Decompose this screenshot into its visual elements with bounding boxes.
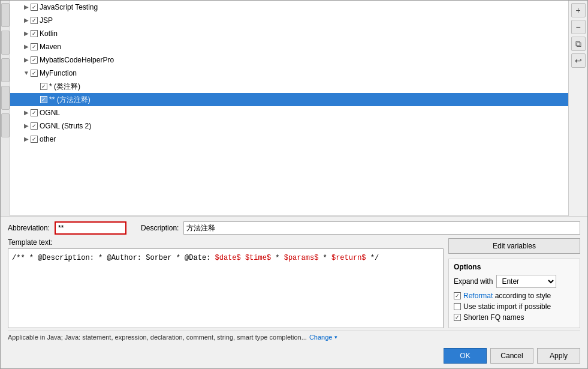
tree-item-ognl[interactable]: ▶ OGNL — [10, 106, 568, 119]
expand-with-select[interactable]: Enter Tab Space — [496, 275, 556, 288]
tree-item-label: OGNL — [40, 107, 60, 118]
checkbox-myfunction-class[interactable] — [40, 83, 47, 90]
checkbox-mybatis[interactable] — [31, 56, 38, 64]
checkbox-ognl-struts2[interactable] — [31, 122, 38, 130]
sidebar-tab-2[interactable] — [1, 31, 10, 55]
tree-item-label: other — [40, 134, 56, 145]
sidebar-tab-3[interactable] — [1, 58, 10, 82]
shorten-label: Shorten FQ names — [463, 313, 524, 322]
remove-button[interactable]: − — [571, 20, 586, 34]
expand-icon: ▶ — [22, 41, 31, 52]
top-panel: ▶ JavaScript Testing ▶ JSP ▶ — [1, 1, 587, 216]
expand-with-label: Expand with — [454, 277, 493, 286]
tree-item-label: OGNL (Struts 2) — [40, 121, 91, 131]
abbreviation-input[interactable] — [55, 221, 126, 235]
tree-item-mybatis[interactable]: ▶ MybatisCodeHelperPro — [10, 53, 568, 67]
tree-item-label: JavaScript Testing — [40, 2, 98, 13]
tree-item-label: Maven — [40, 41, 61, 52]
checkbox-myfunction[interactable] — [31, 70, 38, 77]
expand-icon: ▼ — [22, 68, 31, 79]
button-row: OK Cancel Apply — [1, 346, 587, 368]
checkbox-ognl[interactable] — [31, 109, 38, 116]
tree-item-other[interactable]: ▶ other — [10, 133, 568, 146]
abbreviation-label: Abbreviation: — [8, 224, 50, 232]
apply-button[interactable]: Apply — [537, 348, 580, 364]
abbreviation-row: Abbreviation: Description: — [8, 221, 580, 235]
static-import-checkbox[interactable] — [454, 303, 461, 310]
reformat-checkbox[interactable] — [454, 292, 461, 299]
applicable-row: Applicable in Java; Java: statement, exp… — [8, 331, 580, 343]
right-toolbar: + − ⧉ ↩ — [568, 1, 587, 216]
tree-item-myfunction[interactable]: ▼ MyFunction — [10, 67, 568, 80]
bottom-section: Abbreviation: Description: Template text… — [1, 216, 587, 346]
template-left: Template text: /** * @Description: * @Au… — [8, 238, 444, 328]
sidebar-tab-4[interactable] — [1, 86, 10, 110]
static-import-option-row: Use static import if possible — [454, 302, 575, 311]
shorten-checkbox[interactable] — [454, 314, 461, 321]
tree-scroll[interactable]: ▶ JavaScript Testing ▶ JSP ▶ — [10, 1, 568, 216]
checkbox-maven[interactable] — [31, 43, 38, 50]
checkbox-javascript-testing[interactable] — [31, 4, 38, 11]
expand-icon: ▶ — [22, 121, 31, 131]
template-label: Template text: — [8, 238, 444, 247]
reformat-label: Reformat according to style — [463, 292, 551, 300]
copy-button[interactable]: ⧉ — [571, 37, 586, 51]
add-button[interactable]: + — [571, 3, 586, 17]
shorten-option-row: Shorten FQ names — [454, 313, 575, 322]
applicable-text: Applicable in Java; Java: statement, exp… — [8, 334, 307, 341]
expand-icon: ▶ — [22, 2, 31, 13]
template-right: Edit variables Options Expand with Enter… — [448, 238, 580, 328]
expand-icon: ▶ — [22, 15, 31, 26]
tree-item-label: MybatisCodeHelperPro — [40, 55, 114, 65]
checkbox-kotlin[interactable] — [31, 30, 38, 37]
expand-with-row: Expand with Enter Tab Space — [454, 275, 575, 288]
sidebar-tab-1[interactable] — [1, 3, 10, 27]
tree-item-label: Kotlin — [40, 28, 58, 39]
options-title: Options — [454, 263, 575, 271]
tree-item-myfunction-method[interactable]: ** (方法注释) — [10, 93, 568, 106]
tree-item-label: * (类注释) — [49, 81, 80, 92]
sidebar-tab-5[interactable] — [1, 113, 10, 137]
tree-item-ognl-struts2[interactable]: ▶ OGNL (Struts 2) — [10, 119, 568, 133]
checkbox-other[interactable] — [31, 136, 38, 143]
cancel-button[interactable]: Cancel — [490, 348, 533, 364]
reset-button[interactable]: ↩ — [571, 53, 586, 68]
tree-item-kotlin[interactable]: ▶ Kotlin — [10, 27, 568, 40]
tree-item-maven[interactable]: ▶ Maven — [10, 40, 568, 53]
main-dialog: ▶ JavaScript Testing ▶ JSP ▶ — [0, 0, 588, 369]
reformat-option-row: Reformat according to style — [454, 292, 575, 300]
options-box: Options Expand with Enter Tab Space Refo… — [448, 259, 580, 328]
expand-icon: ▶ — [22, 55, 31, 65]
description-label: Description: — [141, 224, 179, 232]
expand-icon: ▶ — [22, 107, 31, 118]
tree-item-label: JSP — [40, 15, 53, 26]
checkbox-jsp[interactable] — [31, 17, 38, 24]
chevron-down-icon: ▾ — [334, 334, 337, 340]
checkbox-myfunction-method[interactable] — [40, 96, 47, 103]
tree-item-javascript-testing[interactable]: ▶ JavaScript Testing — [10, 1, 568, 14]
edit-variables-button[interactable]: Edit variables — [448, 238, 580, 254]
static-import-label: Use static import if possible — [463, 302, 551, 311]
description-input[interactable] — [183, 221, 580, 235]
expand-icon: ▶ — [22, 134, 31, 145]
tree-item-myfunction-class[interactable]: * (类注释) — [10, 80, 568, 93]
expand-icon: ▶ — [22, 28, 31, 39]
tree-item-label: MyFunction — [40, 68, 77, 79]
template-section: Template text: /** * @Description: * @Au… — [8, 238, 580, 328]
tree-item-label: ** (方法注释) — [49, 94, 91, 105]
tree-panel: ▶ JavaScript Testing ▶ JSP ▶ — [10, 1, 568, 216]
left-sidebar — [1, 1, 10, 216]
template-textarea[interactable]: /** * @Description: * @Author: Sorber * … — [8, 248, 444, 328]
ok-button[interactable]: OK — [444, 348, 487, 364]
tree-item-jsp[interactable]: ▶ JSP — [10, 14, 568, 27]
change-link[interactable]: Change — [309, 334, 333, 341]
